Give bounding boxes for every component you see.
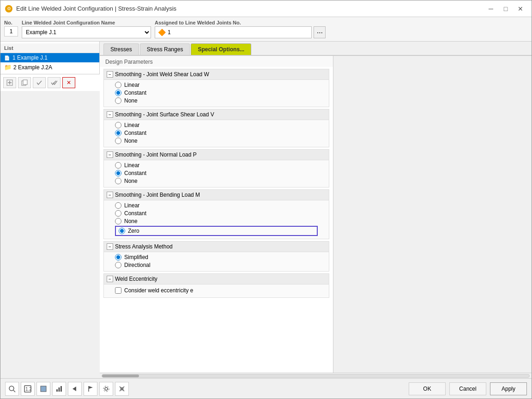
folder-icon-2: 📁 <box>4 64 12 71</box>
tabs: Stresses Stress Ranges Special Options..… <box>100 42 532 56</box>
svg-rect-10 <box>56 389 58 392</box>
tool-extra[interactable] <box>115 382 129 396</box>
bottom-toolbar: 1.2 OK Cancel Apply <box>0 378 532 399</box>
apply-button[interactable]: Apply <box>490 382 527 395</box>
radio-options-m: Linear Constant None <box>104 200 329 239</box>
group-title-p: Smoothing - Joint Normal Load P <box>115 151 197 158</box>
radio-input-v-none[interactable] <box>115 138 121 144</box>
window-controls: ─ □ ✕ <box>484 4 527 14</box>
svg-point-5 <box>9 386 14 391</box>
radio-input-sa-simplified[interactable] <box>115 254 121 260</box>
close-button[interactable]: ✕ <box>514 4 527 14</box>
assigned-label: Assigned to Line Welded Joints No. <box>155 20 326 25</box>
content-area: Stresses Stress Ranges Special Options..… <box>100 42 532 378</box>
radio-p-linear[interactable]: Linear <box>115 162 318 169</box>
svg-rect-11 <box>59 387 60 392</box>
radio-m-linear[interactable]: Linear <box>115 202 318 209</box>
group-weld-eccentricity: − Weld Eccentricity Consider weld eccent… <box>103 273 329 298</box>
ok-button[interactable]: OK <box>409 382 446 395</box>
radio-input-m-constant[interactable] <box>115 210 121 217</box>
collapse-icon-we[interactable]: − <box>107 276 113 282</box>
name-select[interactable]: Example J.1 <box>22 26 151 38</box>
radio-input-v-constant[interactable] <box>115 130 121 136</box>
sidebar-list: List 📄 1 Example J.1 📁 2 Example J.2A <box>0 42 100 74</box>
sidebar-toolbar: ✕ <box>0 74 100 91</box>
radio-input-p-constant[interactable] <box>115 170 121 176</box>
tool-settings[interactable] <box>99 382 113 396</box>
sidebar-item-1[interactable]: 📄 1 Example J.1 <box>0 53 99 62</box>
collapse-icon-m[interactable]: − <box>107 192 113 198</box>
sidebar-item-label-1: 1 Example J.1 <box>12 54 48 61</box>
copy-item-button[interactable] <box>18 77 31 88</box>
svg-marker-15 <box>89 386 93 389</box>
collapse-icon-w[interactable]: − <box>107 71 113 78</box>
checkbox-we-consider[interactable]: Consider weld eccentricity e <box>115 286 318 295</box>
group-title-we: Weld Eccentricity <box>115 276 157 282</box>
radio-input-p-none[interactable] <box>115 178 121 184</box>
radio-p-none[interactable]: None <box>115 178 318 184</box>
design-params-label: Design Parameters <box>100 56 333 67</box>
tool-chart[interactable] <box>52 382 66 396</box>
radio-sa-directional[interactable]: Directional <box>115 262 318 268</box>
tool-box[interactable] <box>36 382 50 396</box>
radio-input-w-linear[interactable] <box>115 82 121 88</box>
horizontal-scrollbar[interactable] <box>100 373 532 378</box>
tool-search[interactable] <box>5 382 19 396</box>
radio-w-linear[interactable]: Linear <box>115 82 318 88</box>
tool-numeric[interactable]: 1.2 <box>21 382 35 396</box>
radio-v-linear[interactable]: Linear <box>115 122 318 128</box>
sidebar-container: List 📄 1 Example J.1 📁 2 Example J.2A <box>0 42 100 378</box>
tab-stress-ranges-label: Stress Ranges <box>147 46 183 53</box>
right-panel <box>333 56 532 373</box>
checkbox-label-we-consider: Consider weld eccentricity e <box>124 287 193 294</box>
radio-p-constant[interactable]: Constant <box>115 170 318 176</box>
radio-v-constant[interactable]: Constant <box>115 130 318 136</box>
collapse-icon-p[interactable]: − <box>107 151 113 158</box>
radio-input-m-none[interactable] <box>115 218 121 224</box>
delete-button[interactable]: ✕ <box>62 77 75 88</box>
cancel-button[interactable]: Cancel <box>449 382 486 395</box>
radio-label-w-linear: Linear <box>124 82 139 88</box>
radio-label-p-linear: Linear <box>124 162 139 169</box>
radio-input-p-linear[interactable] <box>115 162 121 169</box>
radio-input-m-linear[interactable] <box>115 202 121 209</box>
group-smoothing-m: − Smoothing - Joint Bending Load M Linea… <box>103 189 329 239</box>
joint-icon: 🔶 <box>158 29 166 36</box>
main-window: ⚙ Edit Line Welded Joint Configuration |… <box>0 0 532 399</box>
sidebar-item-2[interactable]: 📁 2 Example J.2A <box>0 62 99 72</box>
assigned-edit-button[interactable]: ⋯ <box>314 26 326 38</box>
radio-w-none[interactable]: None <box>115 97 318 104</box>
radio-input-w-none[interactable] <box>115 97 121 104</box>
tool-arrow[interactable] <box>68 382 82 396</box>
new-item-button[interactable] <box>3 77 16 88</box>
radio-input-w-constant[interactable] <box>115 90 121 96</box>
no-label: No. <box>4 20 18 25</box>
radio-input-sa-directional[interactable] <box>115 262 121 268</box>
radio-input-v-linear[interactable] <box>115 122 121 128</box>
scrollbar-thumb[interactable] <box>102 375 139 377</box>
radio-m-zero[interactable]: Zero <box>115 226 318 236</box>
dialog-buttons: OK Cancel Apply <box>409 382 527 395</box>
maximize-button[interactable]: □ <box>499 4 512 14</box>
header-row: No. 1 Line Welded Joint Configuration Na… <box>0 17 532 42</box>
collapse-icon-sa[interactable]: − <box>107 243 113 250</box>
radio-m-constant[interactable]: Constant <box>115 210 318 217</box>
radio-v-none[interactable]: None <box>115 138 318 144</box>
minimize-button[interactable]: ─ <box>484 4 497 14</box>
assigned-col: Assigned to Line Welded Joints No. 🔶 1 ⋯ <box>155 20 326 38</box>
radio-sa-simplified[interactable]: Simplified <box>115 254 318 260</box>
tab-stress-ranges[interactable]: Stress Ranges <box>140 43 190 55</box>
radio-w-constant[interactable]: Constant <box>115 90 318 96</box>
radio-input-m-zero[interactable] <box>119 228 125 234</box>
radio-label-sa-directional: Directional <box>124 262 151 268</box>
tab-special-options-label: Special Options... <box>198 46 244 53</box>
radio-m-none[interactable]: None <box>115 218 318 224</box>
tab-special-options[interactable]: Special Options... <box>191 43 251 55</box>
checkbox-input-we-consider[interactable] <box>115 287 121 294</box>
collapse-icon-v[interactable]: − <box>107 111 113 118</box>
tool-flag[interactable] <box>84 382 97 396</box>
tab-stresses[interactable]: Stresses <box>103 43 139 55</box>
verify-button-2[interactable] <box>48 77 60 88</box>
scrollbar-track[interactable] <box>102 374 530 378</box>
verify-button-1[interactable] <box>33 77 46 88</box>
